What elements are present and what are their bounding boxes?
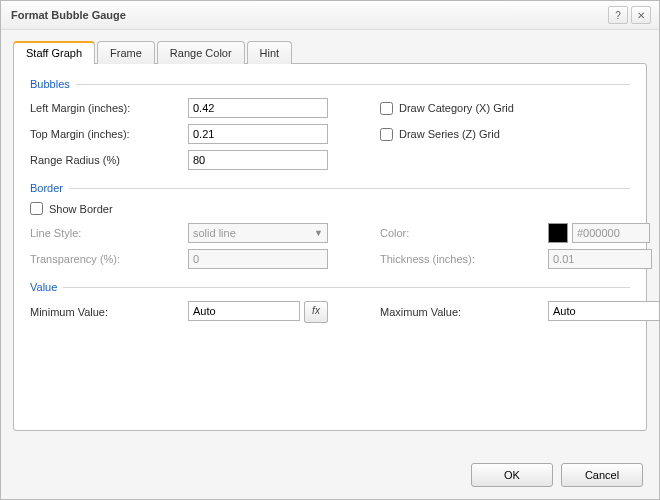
color-field xyxy=(548,223,660,243)
checkbox-draw-category-grid-label: Draw Category (X) Grid xyxy=(399,102,514,114)
tab-panel-staff-graph: Bubbles Left Margin (inches): Draw Categ… xyxy=(13,63,647,431)
chevron-down-icon: ▼ xyxy=(314,228,323,238)
label-max-value: Maximum Value: xyxy=(380,306,540,318)
legend-bubbles-text: Bubbles xyxy=(30,78,70,90)
legend-border: Border xyxy=(30,182,630,194)
dialog-window: Format Bubble Gauge ? ✕ Staff Graph Fram… xyxy=(0,0,660,500)
color-swatch xyxy=(548,223,568,243)
value-grid: Minimum Value: fx Maximum Value: fx xyxy=(30,301,630,323)
checkbox-show-border[interactable]: Show Border xyxy=(30,202,630,215)
checkbox-show-border-label: Show Border xyxy=(49,203,113,215)
input-min-value[interactable] xyxy=(188,301,300,321)
input-color-hex xyxy=(572,223,650,243)
select-line-style: solid line ▼ xyxy=(188,223,328,243)
input-range-radius[interactable] xyxy=(188,150,328,170)
label-thickness: Thickness (inches): xyxy=(380,253,540,265)
dialog-body: Staff Graph Frame Range Color Hint Bubbl… xyxy=(1,30,659,451)
tab-hint[interactable]: Hint xyxy=(247,41,293,64)
tabs-row: Staff Graph Frame Range Color Hint xyxy=(13,40,647,63)
help-button[interactable]: ? xyxy=(608,6,628,24)
titlebar: Format Bubble Gauge ? ✕ xyxy=(1,1,659,30)
checkbox-draw-category-grid-box[interactable] xyxy=(380,102,393,115)
checkbox-draw-series-grid-label: Draw Series (Z) Grid xyxy=(399,128,500,140)
section-border: Border Show Border Line Style: solid lin… xyxy=(30,182,630,269)
dialog-button-row: OK Cancel xyxy=(1,451,659,499)
section-bubbles: Bubbles Left Margin (inches): Draw Categ… xyxy=(30,78,630,170)
section-value: Value Minimum Value: fx Maximum Value: f… xyxy=(30,281,630,323)
checkbox-draw-category-grid[interactable]: Draw Category (X) Grid xyxy=(380,102,540,115)
label-min-value: Minimum Value: xyxy=(30,306,180,318)
label-color: Color: xyxy=(380,227,540,239)
label-top-margin: Top Margin (inches): xyxy=(30,128,180,140)
border-grid: Line Style: solid line ▼ Color: Transpar… xyxy=(30,223,630,269)
divider xyxy=(76,84,630,85)
close-button[interactable]: ✕ xyxy=(631,6,651,24)
input-left-margin[interactable] xyxy=(188,98,328,118)
input-max-value[interactable] xyxy=(548,301,660,321)
input-top-margin[interactable] xyxy=(188,124,328,144)
tab-range-color[interactable]: Range Color xyxy=(157,41,245,64)
input-thickness xyxy=(548,249,652,269)
label-left-margin: Left Margin (inches): xyxy=(30,102,180,114)
legend-value-text: Value xyxy=(30,281,57,293)
checkbox-show-border-box[interactable] xyxy=(30,202,43,215)
tab-staff-graph[interactable]: Staff Graph xyxy=(13,41,95,64)
checkbox-draw-series-grid[interactable]: Draw Series (Z) Grid xyxy=(380,128,540,141)
ok-button[interactable]: OK xyxy=(471,463,553,487)
divider xyxy=(63,287,630,288)
label-range-radius: Range Radius (%) xyxy=(30,154,180,166)
tab-frame[interactable]: Frame xyxy=(97,41,155,64)
label-line-style: Line Style: xyxy=(30,227,180,239)
cancel-button[interactable]: Cancel xyxy=(561,463,643,487)
divider xyxy=(69,188,630,189)
legend-value: Value xyxy=(30,281,630,293)
select-line-style-value: solid line xyxy=(193,227,236,239)
dialog-title: Format Bubble Gauge xyxy=(11,9,605,21)
bubbles-grid: Left Margin (inches): Draw Category (X) … xyxy=(30,98,630,170)
label-transparency: Transparency (%): xyxy=(30,253,180,265)
legend-border-text: Border xyxy=(30,182,63,194)
legend-bubbles: Bubbles xyxy=(30,78,630,90)
fx-button-min[interactable]: fx xyxy=(304,301,328,323)
input-transparency xyxy=(188,249,328,269)
checkbox-draw-series-grid-box[interactable] xyxy=(380,128,393,141)
